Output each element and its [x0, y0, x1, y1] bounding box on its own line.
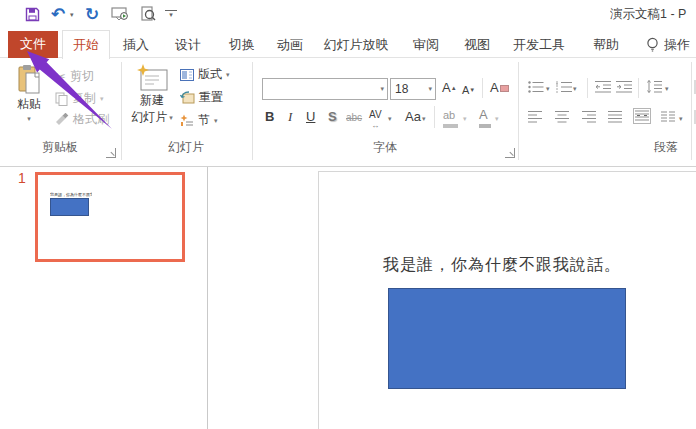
- small-separator: [482, 78, 483, 98]
- layout-dropdown-caret[interactable]: ▾: [226, 72, 230, 78]
- paste-dropdown-caret[interactable]: ▾: [27, 116, 31, 122]
- save-icon: [25, 7, 40, 22]
- numbering-button[interactable]: [556, 80, 572, 94]
- bold-button[interactable]: B: [265, 109, 274, 125]
- clipboard-dialog-launcher-icon[interactable]: [106, 148, 116, 158]
- change-case-button[interactable]: Aa: [405, 109, 421, 125]
- align-left-icon: [528, 110, 543, 124]
- align-center-button[interactable]: [555, 110, 570, 124]
- justify-button[interactable]: [608, 110, 623, 124]
- strikethrough-button[interactable]: abc: [346, 110, 362, 126]
- tab-file[interactable]: 文件: [8, 31, 58, 58]
- paragraph-group-label: 段落: [626, 139, 696, 156]
- underline-button[interactable]: U: [306, 109, 315, 125]
- thumbnail-rectangle: [50, 198, 89, 216]
- slide-text[interactable]: 我是誰，你為什麼不跟我說話。: [383, 255, 621, 276]
- format-painter-button[interactable]: 格式刷: [55, 111, 109, 128]
- cut-button[interactable]: ✂ 剪切: [55, 68, 94, 85]
- paste-button[interactable]: 粘贴 ▾: [10, 64, 48, 122]
- new-slide-icon: [136, 64, 168, 92]
- columns-button[interactable]: [661, 110, 676, 124]
- columns-caret[interactable]: ▾: [679, 116, 683, 122]
- align-right-button[interactable]: [582, 110, 597, 124]
- redo-button[interactable]: ↻: [82, 4, 102, 24]
- print-preview-button[interactable]: [138, 4, 158, 24]
- highlight-button[interactable]: ab: [443, 107, 458, 128]
- section-button[interactable]: 节 ▾: [180, 112, 218, 129]
- small-separator: [434, 106, 435, 128]
- pane-divider[interactable]: [207, 167, 208, 429]
- numbering-caret[interactable]: ▾: [573, 86, 577, 92]
- copy-button[interactable]: 复制 ▾: [55, 90, 104, 107]
- window-title: 演示文稿1 - P: [610, 6, 696, 23]
- layout-button[interactable]: 版式 ▾: [180, 66, 230, 83]
- distribute-icon: [635, 110, 649, 122]
- clear-formatting-label: A: [490, 80, 499, 95]
- tab-insert[interactable]: 插入: [118, 31, 154, 58]
- align-left-button[interactable]: [528, 110, 543, 124]
- tab-design[interactable]: 设计: [170, 31, 206, 58]
- customize-qat-button[interactable]: ▾: [165, 10, 177, 19]
- tab-view[interactable]: 视图: [459, 31, 495, 58]
- scissors-icon: ✂: [55, 69, 66, 84]
- tab-home[interactable]: 开始: [62, 30, 110, 59]
- line-spacing-caret[interactable]: ▾: [665, 86, 669, 92]
- font-name-combo[interactable]: ▾: [262, 78, 388, 100]
- bullets-button[interactable]: [528, 80, 544, 94]
- change-case-caret[interactable]: ▾: [422, 116, 426, 122]
- undo-button[interactable]: ↶: [48, 4, 68, 24]
- shrink-font-button[interactable]: A▼: [462, 82, 475, 98]
- clear-formatting-button[interactable]: A: [490, 80, 509, 96]
- slide-thumbnail[interactable]: 我是誰，你為什麼不跟我說話。: [35, 172, 185, 262]
- tab-transitions[interactable]: 切换: [224, 31, 260, 58]
- grow-font-button[interactable]: A▲: [442, 80, 457, 96]
- font-color-button[interactable]: A: [479, 107, 491, 128]
- tell-me-bulb-icon[interactable]: [645, 37, 660, 54]
- new-slide-label-1: 新建: [140, 92, 164, 109]
- font-color-caret[interactable]: ▾: [495, 116, 499, 122]
- font-name-caret[interactable]: ▾: [380, 86, 384, 92]
- tab-slideshow[interactable]: 幻灯片放映: [318, 31, 394, 58]
- save-button[interactable]: [22, 4, 42, 24]
- char-spacing-button[interactable]: AV ↔: [369, 107, 382, 128]
- tab-developer[interactable]: 开发工具: [508, 31, 570, 58]
- section-label: 节: [198, 112, 210, 129]
- new-slide-button[interactable]: 新建 幻灯片 ▾: [128, 64, 176, 126]
- line-spacing-button[interactable]: [646, 79, 663, 94]
- slide-canvas[interactable]: 我是誰，你為什麼不跟我說話。: [318, 171, 696, 429]
- redo-icon: ↻: [85, 6, 99, 23]
- start-slideshow-button[interactable]: [110, 4, 130, 24]
- decrease-indent-button[interactable]: [595, 80, 612, 94]
- tell-me-search[interactable]: 操作: [664, 31, 696, 58]
- increase-indent-button[interactable]: [616, 80, 633, 94]
- text-shadow-button[interactable]: S: [328, 109, 337, 125]
- undo-dropdown-caret[interactable]: ▾: [70, 11, 74, 19]
- italic-button[interactable]: I: [288, 109, 292, 125]
- section-dropdown-caret[interactable]: ▾: [214, 118, 218, 124]
- font-color-label: A: [479, 107, 491, 123]
- new-slide-dropdown-caret[interactable]: ▾: [169, 115, 173, 121]
- slide-rectangle[interactable]: [388, 288, 626, 389]
- char-spacing-caret[interactable]: ▾: [388, 116, 392, 122]
- print-preview-icon: [140, 6, 156, 22]
- font-dialog-launcher-icon[interactable]: [505, 148, 515, 158]
- reset-icon: [180, 91, 195, 104]
- decrease-indent-icon: [595, 80, 612, 94]
- highlight-caret[interactable]: ▾: [463, 116, 467, 122]
- bullets-caret[interactable]: ▾: [546, 86, 550, 92]
- reset-button[interactable]: 重置: [180, 89, 223, 106]
- tab-review[interactable]: 审阅: [408, 31, 444, 58]
- paste-icon: [16, 64, 42, 96]
- grow-font-label: A: [442, 80, 451, 95]
- clipboard-group-label: 剪贴板: [20, 139, 100, 156]
- highlight-label: ab: [443, 107, 458, 123]
- tab-help[interactable]: 帮助: [588, 31, 624, 58]
- format-painter-icon: [55, 113, 69, 126]
- align-right-icon: [582, 110, 597, 124]
- font-size-caret[interactable]: ▾: [428, 86, 432, 92]
- copy-dropdown-caret[interactable]: ▾: [100, 96, 104, 102]
- distribute-button[interactable]: [633, 108, 651, 124]
- tab-animations[interactable]: 动画: [272, 31, 308, 58]
- font-size-combo[interactable]: 18 ▾: [390, 78, 436, 100]
- slides-group-label: 幻灯片: [146, 139, 226, 156]
